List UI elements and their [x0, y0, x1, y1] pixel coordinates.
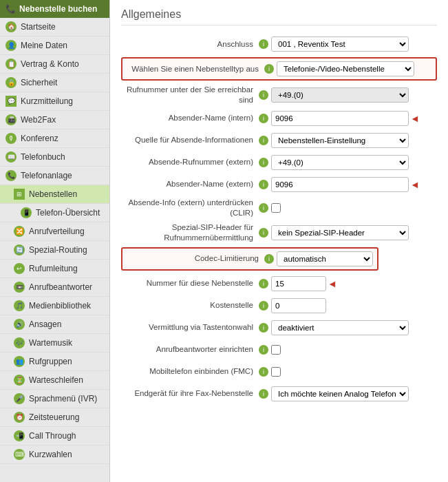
absende-info-icon[interactable]: i — [259, 203, 268, 213]
sidebar-item-anrufverteilung[interactable]: 🔀 Anrufverteilung — [0, 222, 109, 241]
sidebar-header: 📞 Nebenstelle buchen — [0, 0, 109, 18]
anschluss-row: Anschluss i 001 , Reventix Test — [121, 35, 437, 53]
sidebar-item-label: Startseite — [21, 22, 56, 32]
nebenstell-select[interactable]: Telefonie-/Video-Nebenstelle — [277, 61, 414, 76]
absender-name-intern-info-icon[interactable]: i — [259, 114, 268, 123]
sidebar-item-spezial-routing[interactable]: 🔄 Spezial-Routing — [0, 241, 109, 260]
sidebar-item-rufumleitung[interactable]: ↩ Rufumleitung — [0, 260, 109, 278]
sidebar-item-call-through[interactable]: 📲 Call Through — [0, 427, 109, 446]
sidebar-item-anrufbeantworter[interactable]: 📼 Anrufbeantworter — [0, 278, 109, 297]
kostenstelle-label: Kostenstelle — [121, 300, 259, 311]
codec-select[interactable]: automatisch — [277, 251, 373, 266]
nummer-input[interactable]: 15 — [271, 276, 326, 291]
nummer-arrow: ◄ — [328, 278, 337, 289]
absender-name-extern-label: Absender-Name (extern) — [121, 179, 259, 189]
sidebar-item-nebenstellen[interactable]: ⊞ Nebenstellen — [0, 185, 109, 204]
nebenstell-label: Wählen Sie einen Nebenstelltyp aus — [127, 64, 264, 74]
anrufverteilung-icon: 🔀 — [14, 226, 25, 237]
sidebar-item-startseite[interactable]: 🏠 Startseite — [0, 18, 109, 36]
spezial-sip-info-icon[interactable]: i — [259, 228, 268, 238]
quelle-select[interactable]: Nebenstellen-Einstellung — [271, 133, 409, 148]
sidebar-item-label: Call Through — [29, 431, 76, 441]
absender-name-intern-input[interactable]: 9096 — [271, 111, 409, 126]
sidebar-item-label: Medienbibliothek — [29, 301, 91, 311]
sidebar-item-wartemusik[interactable]: 🎶 Wartemusik — [0, 334, 109, 353]
mobiltelefon-checkbox[interactable] — [271, 367, 281, 377]
sidebar-item-label: Rufgruppen — [29, 357, 72, 366]
anschluss-select[interactable]: 001 , Reventix Test — [271, 36, 409, 52]
vermittlung-label: Vermittlung via Tastentonwahl — [121, 322, 259, 333]
sidebar-item-label: Rufumleitung — [29, 264, 78, 273]
spezial-sip-label: Spezial-SIP-Header für Rufnummernübermit… — [121, 222, 259, 243]
sidebar-item-kurzwahlen[interactable]: ⌨ Kurzwahlen — [0, 446, 109, 464]
endgeraet-info-icon[interactable]: i — [259, 389, 268, 399]
absende-info-checkbox[interactable] — [271, 203, 281, 213]
nummer-row: Nummer für diese Nebenstelle i 15 ◄ — [121, 275, 437, 293]
ansagen-icon: 🔊 — [14, 319, 25, 330]
quelle-info-icon[interactable]: i — [259, 136, 268, 145]
nummer-info-icon[interactable]: i — [259, 279, 268, 289]
endgeraet-label: Endgerät für ihre Fax-Nebenstelle — [121, 388, 259, 399]
vermittlung-info-icon[interactable]: i — [259, 323, 268, 333]
sidebar-item-label: Ansagen — [29, 319, 61, 329]
sidebar-item-meine-daten[interactable]: 👤 Meine Daten — [0, 36, 109, 55]
absender-name-intern-row: Absender-Name (intern) i 9096 ◄ — [121, 109, 437, 127]
codec-info-icon[interactable]: i — [264, 254, 274, 264]
absender-name-extern-input[interactable]: 9096 — [271, 177, 409, 192]
sidebar-item-web2fax[interactable]: 📠 Web2Fax — [0, 111, 109, 129]
nebenstell-info-icon[interactable]: i — [264, 64, 274, 74]
kostenstelle-input[interactable]: 0 — [271, 298, 326, 313]
sidebar-item-rufgruppen[interactable]: 👥 Rufgruppen — [0, 353, 109, 371]
sidebar-item-sicherheit[interactable]: 🔒 Sicherheit — [0, 74, 109, 92]
sidebar-item-ansagen[interactable]: 🔊 Ansagen — [0, 315, 109, 334]
nummer-label: Nummer für diese Nebenstelle — [121, 278, 259, 289]
spezial-sip-row: Spezial-SIP-Header für Rufnummernübermit… — [121, 222, 437, 243]
sidebar-item-label: Wartemusik — [29, 338, 72, 348]
absende-rufnummer-select[interactable]: +49.(0) — [271, 155, 409, 170]
sidebar-item-medienbibliothek[interactable]: 🎵 Medienbibliothek — [0, 297, 109, 315]
anrufbeantworter-checkbox[interactable] — [271, 345, 281, 355]
mobiltelefon-row: Mobiltelefon einbinden (FMC) i — [121, 363, 437, 381]
vermittlung-select[interactable]: deaktiviert — [271, 320, 409, 335]
sidebar-item-kurzmitteilung[interactable]: 💬 Kurzmitteilung — [0, 92, 109, 111]
rufnummer-select[interactable]: +49.(0) — [271, 87, 409, 103]
sidebar-item-sprachmenu[interactable]: 🎤 Sprachmenü (IVR) — [0, 390, 109, 408]
sidebar-item-vertrag-konto[interactable]: 📋 Vertrag & Konto — [0, 55, 109, 74]
absende-rufnummer-info-icon[interactable]: i — [259, 158, 268, 167]
sidebar-item-warteschleifen[interactable]: ⏳ Warteschleifen — [0, 371, 109, 390]
mobiltelefon-info-icon[interactable]: i — [259, 367, 268, 377]
anrufbeantworter-info-icon[interactable]: i — [259, 345, 268, 355]
telefonbuch-icon: 📖 — [6, 151, 17, 163]
sicherheit-icon: 🔒 — [6, 77, 17, 88]
sidebar-item-label: Kurzmitteilung — [21, 96, 73, 106]
anschluss-info-icon[interactable]: i — [259, 39, 268, 49]
sidebar-item-label: Web2Fax — [21, 115, 56, 125]
absender-name-intern-arrow: ◄ — [410, 113, 420, 124]
sidebar-item-telefonanlage[interactable]: 📞 Telefonanlage — [0, 167, 109, 185]
sidebar-item-zeitsteuerung[interactable]: ⏰ Zeitsteuerung — [0, 408, 109, 427]
web2fax-icon: 📠 — [6, 114, 17, 125]
spezial-routing-icon: 🔄 — [14, 244, 25, 255]
sidebar-item-konferenz[interactable]: 🎙 Konferenz — [0, 129, 109, 148]
absender-name-extern-info-icon[interactable]: i — [259, 180, 268, 189]
sidebar-item-telefonbuch[interactable]: 📖 Telefonbuch — [0, 148, 109, 167]
sprachmenu-icon: 🎤 — [14, 393, 25, 404]
endgeraet-select[interactable]: Ich möchte keinen Analog Telefon Adap — [271, 386, 409, 401]
sidebar: 📞 Nebenstelle buchen 🏠 Startseite 👤 Mein… — [0, 0, 110, 482]
rufnummer-info-icon[interactable]: i — [259, 90, 268, 100]
sidebar-item-telefon-uebersicht[interactable]: 📱 Telefon-Übersicht — [0, 204, 109, 222]
kostenstelle-info-icon[interactable]: i — [259, 301, 268, 311]
quelle-row: Quelle für Absende-Informationen i Neben… — [121, 132, 437, 149]
absende-info-label: Absende-Info (extern) unterdrücken (CLIR… — [121, 198, 259, 218]
sidebar-item-label: Vertrag & Konto — [21, 59, 79, 69]
sidebar-item-label: Warteschleifen — [29, 375, 83, 385]
codec-row: Codec-Limitierung i automatisch — [127, 251, 373, 266]
spezial-sip-select[interactable]: kein Spezial-SIP-Header — [271, 225, 409, 240]
sidebar-item-label: Konferenz — [21, 134, 58, 143]
anrufbeantworter-label: Anrufbeantworter einrichten — [121, 344, 259, 355]
konferenz-icon: 🎙 — [6, 133, 17, 144]
call-through-icon: 📲 — [14, 430, 25, 441]
absende-rufnummer-label: Absende-Rufnummer (extern) — [121, 157, 259, 167]
absende-info-row: Absende-Info (extern) unterdrücken (CLIR… — [121, 198, 437, 218]
sidebar-item-label: Anrufverteilung — [29, 227, 85, 236]
